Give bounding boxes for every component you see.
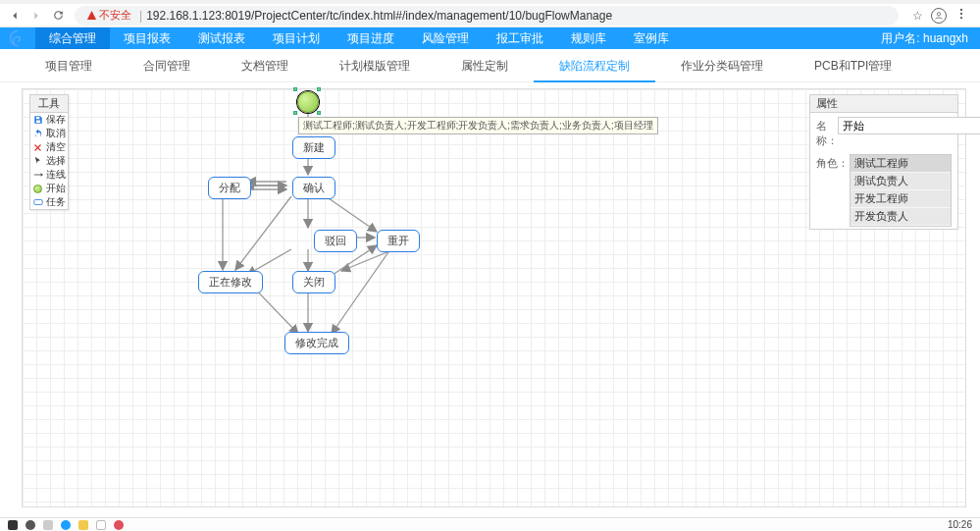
- back-button[interactable]: [4, 5, 26, 27]
- app-logo[interactable]: [0, 27, 35, 49]
- tab-5[interactable]: 缺陷流程定制: [534, 49, 655, 82]
- address-bar-row: 不安全 | 192.168.1.123:8019/ProjectCenter/t…: [0, 4, 980, 27]
- svg-point-3: [960, 17, 962, 19]
- os-taskbar: 10:26: [0, 517, 980, 531]
- nav-item-1[interactable]: 项目报表: [110, 27, 184, 49]
- taskbar-icon[interactable]: [8, 520, 18, 530]
- nav-item-8[interactable]: 室例库: [620, 27, 683, 49]
- insecure-badge: 不安全: [86, 8, 131, 23]
- nav-item-6[interactable]: 报工审批: [483, 27, 557, 49]
- tab-3[interactable]: 计划模版管理: [314, 49, 436, 82]
- selection-handle[interactable]: [317, 111, 321, 115]
- user-area[interactable]: 用户名: huangxh: [869, 30, 980, 47]
- nav-item-2[interactable]: 测试报表: [184, 27, 259, 49]
- browser-tab-strip: [0, 0, 980, 4]
- taskbar-icon[interactable]: [96, 520, 106, 530]
- flow-canvas: 测试工程师;测试负责人;开发工程师;开发负责人;需求负责人;业务负责人;项目经理…: [22, 88, 966, 507]
- profile-button[interactable]: [931, 8, 947, 24]
- flow-node-start[interactable]: [297, 91, 319, 113]
- svg-line-16: [341, 249, 394, 271]
- flow-edges: [22, 88, 966, 507]
- nav-item-4[interactable]: 项目进度: [334, 27, 408, 49]
- svg-line-13: [326, 196, 377, 232]
- flow-node-done[interactable]: 修改完成: [284, 332, 349, 354]
- svg-point-1: [960, 9, 962, 11]
- star-icon[interactable]: ☆: [912, 9, 923, 23]
- selection-handle[interactable]: [293, 87, 297, 91]
- tab-1[interactable]: 合同管理: [118, 49, 216, 82]
- nav-item-7[interactable]: 规则库: [557, 27, 620, 49]
- tab-2[interactable]: 文档管理: [216, 49, 314, 82]
- taskbar-icons[interactable]: [0, 520, 131, 530]
- insecure-label: 不安全: [99, 8, 131, 23]
- flow-node-reopen[interactable]: 重开: [377, 230, 420, 252]
- flow-node-new[interactable]: 新建: [292, 136, 335, 159]
- flow-node-fixing[interactable]: 正在修改: [198, 271, 263, 293]
- start-tooltip: 测试工程师;测试负责人;开发工程师;开发负责人;需求负责人;业务负责人;项目经理: [298, 117, 658, 134]
- svg-line-23: [332, 249, 390, 334]
- secondary-tabs: 项目管理 合同管理 文档管理 计划模版管理 属性定制 缺陷流程定制 作业分类码管…: [0, 49, 980, 82]
- forward-button[interactable]: [26, 5, 47, 27]
- tab-4[interactable]: 属性定制: [436, 49, 534, 82]
- taskbar-icon[interactable]: [78, 520, 88, 530]
- clock: 10:26: [940, 519, 980, 530]
- nav-item-5[interactable]: 风险管理: [408, 27, 483, 49]
- taskbar-icon[interactable]: [43, 520, 53, 530]
- tab-0[interactable]: 项目管理: [20, 49, 118, 82]
- svg-point-2: [960, 13, 962, 15]
- flow-node-assign[interactable]: 分配: [208, 177, 251, 199]
- taskbar-icon[interactable]: [26, 520, 35, 530]
- flow-node-close[interactable]: 关闭: [292, 271, 335, 293]
- nav-item-3[interactable]: 项目计划: [259, 27, 334, 49]
- workspace: 工具 保存 取消 清空 选择 连线 开始 任务 属性 名称： 角色： 测试工程师…: [0, 82, 980, 515]
- user-name: huangxh: [923, 31, 968, 45]
- svg-line-14: [235, 196, 291, 270]
- flow-node-reject[interactable]: 驳回: [314, 230, 357, 252]
- flow-node-confirm[interactable]: 确认: [292, 177, 335, 199]
- primary-nav: 综合管理 项目报表 测试报表 项目计划 项目进度 风险管理 报工审批 规则库 室…: [0, 27, 980, 49]
- address-bar[interactable]: 不安全 | 192.168.1.123:8019/ProjectCenter/t…: [75, 6, 899, 26]
- svg-point-0: [937, 12, 940, 15]
- nav-item-0[interactable]: 综合管理: [35, 27, 110, 49]
- user-prefix: 用户名:: [881, 31, 919, 45]
- selection-handle[interactable]: [293, 111, 297, 115]
- menu-icon[interactable]: [954, 7, 968, 24]
- reload-button[interactable]: [47, 5, 69, 27]
- selection-handle[interactable]: [317, 87, 321, 91]
- tab-7[interactable]: PCB和TPI管理: [789, 49, 917, 82]
- tab-6[interactable]: 作业分类码管理: [655, 49, 789, 82]
- url-text: 192.168.1.123:8019/ProjectCenter/tc/inde…: [146, 9, 612, 23]
- taskbar-icon[interactable]: [61, 520, 71, 530]
- taskbar-icon[interactable]: [114, 520, 124, 530]
